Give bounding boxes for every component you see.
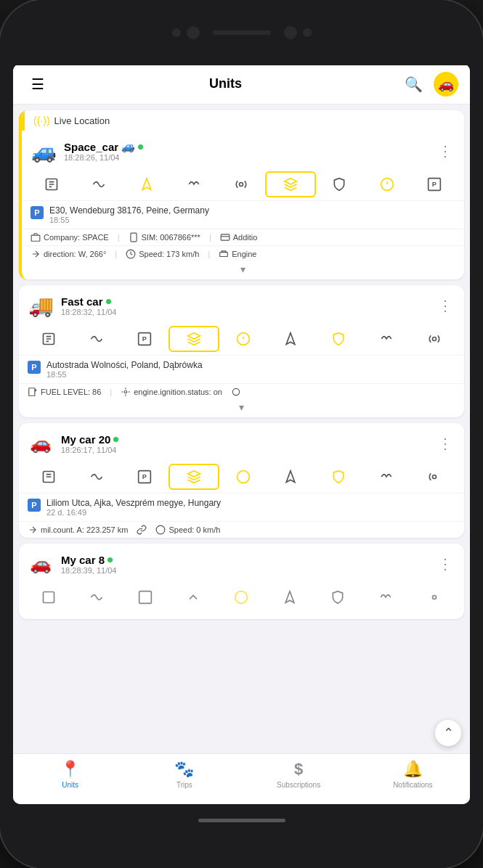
search-button[interactable]: 🔍 [400,71,426,97]
action-route-icon-8[interactable] [73,584,121,610]
menu-button[interactable]: ☰ [25,71,51,97]
phone-notch [0,0,483,65]
svg-text:P: P [142,473,146,480]
action-icons-my-car-8 [19,581,464,613]
action-navigate-icon-fast[interactable] [267,326,314,352]
action-route-icon-fast[interactable] [73,326,121,352]
unit-more-button-my-car-8[interactable]: ⋮ [435,552,455,576]
unit-more-button-my-car-20[interactable]: ⋮ [435,432,455,455]
details-row-fast-car: FUEL LEVEL: 86 | engine.ignition.status:… [19,383,464,400]
address-time-space-car: 18:55 [49,216,209,224]
action-live-icon-fast[interactable] [410,326,458,352]
unit-more-button-fast-car[interactable]: ⋮ [435,294,455,317]
action-live-icon[interactable] [218,171,265,197]
action-track-icon[interactable] [170,171,217,197]
units-list: ((·)) Live Location 🚙 Space_car 🚙 18:28:… [13,105,470,753]
speed-text: Speed: 173 km/h [139,250,199,258]
action-report-icon[interactable] [28,171,75,197]
svg-marker-4 [142,179,151,190]
action-track-icon-8[interactable] [362,584,410,610]
address-text-my-car-20: Liliom Utca, Ajka, Veszprém megye, Hunga… [46,498,221,508]
search-icon: 🔍 [405,75,423,93]
unit-vehicle-icon: 🚙 [31,138,57,164]
menu-icon: ☰ [31,75,44,93]
app-header: ☰ Units 🔍 🚗 [13,64,470,105]
action-parking-icon-fast[interactable]: P [121,326,169,352]
action-info-icon-fast[interactable] [219,326,267,352]
action-parking-icon[interactable]: P [411,171,458,197]
home-indicator[interactable] [198,819,285,822]
unit-emoji-flag: 🚙 [121,140,135,153]
action-parking-icon-20[interactable]: P [121,464,169,490]
online-dot-20 [113,437,118,442]
nav-item-subscriptions[interactable]: $ Subscriptions [242,760,356,789]
action-shield-icon[interactable] [316,171,363,197]
action-icons-my-car-20: P [19,461,464,493]
cam-dot-large [187,26,200,39]
address-row-my-car-20: P Liliom Utca, Ajka, Veszprém megye, Hun… [19,493,464,521]
action-report-icon-fast[interactable] [25,326,73,352]
unit-name-text-fast: Fast car [61,295,103,308]
company-text: Company: SPACE [44,233,109,242]
unit-info-my-car-20: My car 20 18:26:17, 11/04 [61,433,428,454]
action-route-icon-20[interactable] [73,464,121,490]
expand-button-fast-car[interactable]: ▾ [19,400,464,417]
action-report-icon-20[interactable] [25,464,73,490]
svg-point-45 [432,596,436,599]
action-info-icon-20[interactable] [219,464,267,490]
unit-time-fast-car: 18:28:32, 11/04 [61,308,428,316]
unit-header-my-car-20: 🚗 My car 20 18:26:17, 11/04 ⋮ [19,423,464,461]
nav-units-label: Units [62,781,78,789]
engine-text: Engine [232,250,256,258]
nav-item-units[interactable]: 📍 Units [13,760,127,789]
action-up-icon-8[interactable] [169,584,217,610]
action-geofence-icon-20-highlighted[interactable] [169,464,219,490]
user-avatar[interactable]: 🚗 [434,72,458,97]
unit-vehicle-icon-8: 🚗 [28,551,54,577]
detail-direction: direction: W, 266° [31,249,106,259]
action-live-icon-8[interactable] [410,584,458,610]
action-shield-icon-8[interactable] [314,584,362,610]
unit-card-space-car: ((·)) Live Location 🚙 Space_car 🚙 18:28:… [19,110,464,279]
action-navigate-icon-20[interactable] [267,464,314,490]
action-geofence-icon-fast-highlighted[interactable] [169,326,219,352]
action-route-icon[interactable] [75,171,122,197]
action-info-icon[interactable] [363,171,410,197]
action-shield-icon-20[interactable] [314,464,362,490]
nav-item-trips[interactable]: 🐾 Trips [127,760,241,789]
nav-item-notifications[interactable]: 🔔 Notifications [356,760,470,789]
fuel-text: FUEL LEVEL: 86 [41,388,101,396]
scroll-top-button[interactable]: ⌃ [435,720,461,746]
phone-frame: ☰ Units 🔍 🚗 ((·)) Live Location [0,0,483,868]
unit-header-space-car: 🚙 Space_car 🚙 18:28:26, 11/04 ⋮ [22,131,464,168]
svg-point-43 [235,591,248,604]
action-shield-icon-fast[interactable] [314,326,362,352]
action-live-icon-20[interactable] [410,464,458,490]
action-navigate-icon[interactable] [123,171,170,197]
svg-point-40 [157,525,166,534]
action-geofence-icon-highlighted[interactable] [265,171,315,197]
phone-screen: ☰ Units 🔍 🚗 ((·)) Live Location [13,64,470,804]
expand-button-space-car[interactable]: ▾ [22,262,464,279]
action-info-icon-8[interactable] [217,584,265,610]
svg-point-5 [240,183,243,187]
live-signal-icon: ((·)) [33,115,50,126]
action-track-icon-fast[interactable] [362,326,410,352]
svg-rect-41 [44,592,54,603]
unit-name-my-car-20: My car 20 [61,433,428,446]
unit-name-text-8: My car 8 [61,554,105,566]
unit-card-my-car-20: 🚗 My car 20 18:26:17, 11/04 ⋮ [19,423,464,538]
page-title: Units [209,76,242,91]
nav-subscriptions-icon: $ [294,760,303,779]
online-dot [138,144,143,150]
action-track-icon-20[interactable] [362,464,410,490]
action-navigate-icon-8[interactable] [266,584,314,610]
action-parking-icon-8[interactable] [121,584,169,610]
svg-marker-44 [285,591,294,603]
svg-rect-11 [31,235,40,241]
phone-bottom-bar [0,804,483,868]
unit-info-space-car: Space_car 🚙 18:28:26, 11/04 [64,140,428,162]
action-report-icon-8[interactable] [25,584,73,610]
unit-more-button-space-car[interactable]: ⋮ [435,139,455,163]
speaker-bar [213,30,271,35]
